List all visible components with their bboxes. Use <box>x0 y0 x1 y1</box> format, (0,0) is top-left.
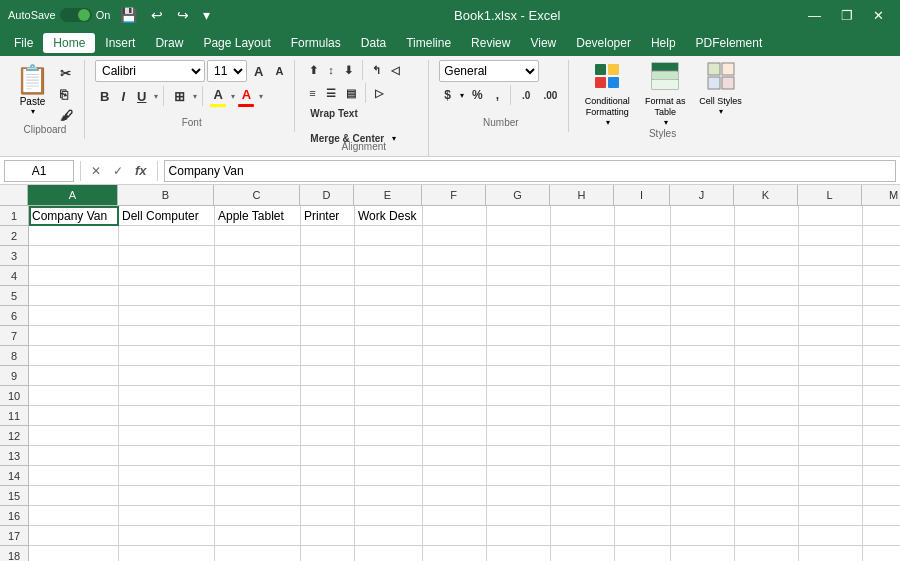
grid-cell[interactable] <box>799 246 863 266</box>
grid-cell[interactable] <box>735 426 799 446</box>
grid-cell[interactable]: Work Desk <box>355 206 423 226</box>
grid-cell[interactable] <box>29 306 119 326</box>
grid-cell[interactable] <box>119 386 215 406</box>
grid-cell[interactable] <box>423 386 487 406</box>
menu-draw[interactable]: Draw <box>145 33 193 53</box>
grid-cell[interactable] <box>215 526 301 546</box>
restore-button[interactable]: ❐ <box>833 6 861 25</box>
grid-cell[interactable] <box>215 546 301 561</box>
grid-cell[interactable] <box>615 446 671 466</box>
grid-cell[interactable] <box>551 346 615 366</box>
grid-cell[interactable] <box>355 546 423 561</box>
grid-cell[interactable] <box>735 386 799 406</box>
redo-icon[interactable]: ↪ <box>173 5 193 25</box>
save-icon[interactable]: 💾 <box>116 5 141 25</box>
row-header-17[interactable]: 17 <box>0 526 28 546</box>
row-header-5[interactable]: 5 <box>0 286 28 306</box>
grid-cell[interactable] <box>29 466 119 486</box>
conditional-formatting-button[interactable]: Conditional Formatting ▾ <box>579 60 635 129</box>
grid-cell[interactable] <box>671 366 735 386</box>
indent-increase-button[interactable]: ▷ <box>371 85 387 102</box>
grid-cell[interactable] <box>355 326 423 346</box>
grid-cell[interactable] <box>119 446 215 466</box>
grid-cell[interactable] <box>119 266 215 286</box>
grid-cell[interactable] <box>487 326 551 346</box>
border-dropdown[interactable]: ▾ <box>193 92 197 101</box>
grid-cell[interactable] <box>301 326 355 346</box>
grid-cell[interactable] <box>671 206 735 226</box>
grid-cell[interactable] <box>301 306 355 326</box>
grid-cell[interactable] <box>29 366 119 386</box>
grid-cell[interactable] <box>301 466 355 486</box>
text-direction-button[interactable]: ↰ <box>368 62 385 79</box>
grid-cell[interactable] <box>735 546 799 561</box>
menu-home[interactable]: Home <box>43 33 95 53</box>
col-header-k[interactable]: K <box>734 185 798 205</box>
grid-cell[interactable] <box>423 486 487 506</box>
cell-ref-input[interactable] <box>4 160 74 182</box>
menu-page-layout[interactable]: Page Layout <box>193 33 280 53</box>
grid-cell[interactable] <box>487 446 551 466</box>
grid-cell[interactable] <box>487 426 551 446</box>
border-button[interactable]: ⊞ <box>169 87 190 106</box>
grid-cell[interactable] <box>799 326 863 346</box>
grid-cell[interactable] <box>671 506 735 526</box>
grid-cell[interactable] <box>615 466 671 486</box>
underline-button[interactable]: U <box>132 87 151 106</box>
align-left-button[interactable]: ≡ <box>305 85 319 101</box>
grid-cell[interactable] <box>863 326 900 346</box>
close-button[interactable]: ✕ <box>865 6 892 25</box>
grid-cell[interactable] <box>799 366 863 386</box>
grid-cell[interactable] <box>29 546 119 561</box>
grid-cell[interactable] <box>301 246 355 266</box>
row-header-13[interactable]: 13 <box>0 446 28 466</box>
grid-cell[interactable] <box>863 406 900 426</box>
grid-cell[interactable] <box>119 326 215 346</box>
menu-developer[interactable]: Developer <box>566 33 641 53</box>
grid-cell[interactable] <box>735 446 799 466</box>
grid-cell[interactable] <box>301 226 355 246</box>
grid-cell[interactable] <box>551 426 615 446</box>
grid-cell[interactable] <box>735 506 799 526</box>
row-header-4[interactable]: 4 <box>0 266 28 286</box>
col-header-e[interactable]: E <box>354 185 422 205</box>
grid-cell[interactable] <box>487 266 551 286</box>
grid-cell[interactable] <box>863 546 900 561</box>
grid-cell[interactable] <box>215 446 301 466</box>
row-header-1[interactable]: 1 <box>0 206 28 226</box>
grid-cell[interactable] <box>29 286 119 306</box>
grid-cell[interactable] <box>799 286 863 306</box>
row-header-18[interactable]: 18 <box>0 546 28 561</box>
grid-cell[interactable] <box>615 546 671 561</box>
grid-cell[interactable] <box>863 346 900 366</box>
grid-cell[interactable] <box>423 346 487 366</box>
fill-color-dropdown[interactable]: ▾ <box>231 92 235 101</box>
grid-cell[interactable] <box>215 266 301 286</box>
col-header-h[interactable]: H <box>550 185 614 205</box>
col-header-a[interactable]: A <box>28 185 118 205</box>
grid-cell[interactable] <box>119 546 215 561</box>
grid-cell[interactable] <box>863 266 900 286</box>
grid-cell[interactable] <box>615 506 671 526</box>
grid-cell[interactable] <box>301 486 355 506</box>
grid-cell[interactable] <box>119 286 215 306</box>
grid-cell[interactable] <box>799 466 863 486</box>
grid-cell[interactable] <box>423 266 487 286</box>
increase-font-button[interactable]: A <box>249 62 268 81</box>
grid-cell[interactable] <box>671 246 735 266</box>
row-header-3[interactable]: 3 <box>0 246 28 266</box>
grid-cell[interactable] <box>215 286 301 306</box>
grid-cell[interactable] <box>487 406 551 426</box>
grid-cell[interactable] <box>671 306 735 326</box>
row-header-8[interactable]: 8 <box>0 346 28 366</box>
format-as-table-button[interactable]: Format as Table ▾ <box>637 60 693 129</box>
grid-cell[interactable] <box>615 346 671 366</box>
grid-cell[interactable] <box>799 346 863 366</box>
grid-cell[interactable] <box>355 346 423 366</box>
menu-view[interactable]: View <box>520 33 566 53</box>
grid-cell[interactable] <box>735 526 799 546</box>
align-middle-button[interactable]: ↕ <box>324 62 338 78</box>
grid-cell[interactable] <box>487 546 551 561</box>
grid-cell[interactable] <box>551 526 615 546</box>
grid-cell[interactable] <box>423 546 487 561</box>
